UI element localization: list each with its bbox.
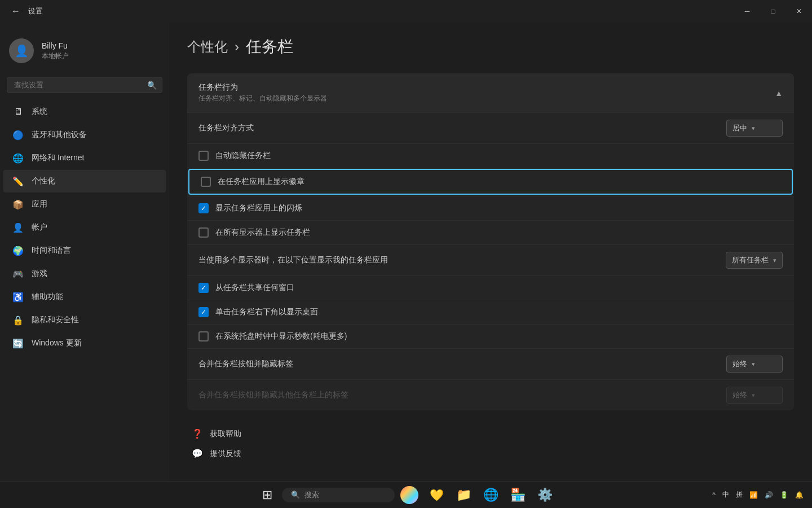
sidebar-item-privacy[interactable]: 🔒 隐私和安全性 bbox=[3, 309, 166, 331]
nav-icon-windows_update: 🔄 bbox=[12, 338, 24, 349]
setting-label-alignment: 任务栏对齐方式 bbox=[198, 123, 720, 133]
wifi-icon[interactable]: 📶 bbox=[748, 490, 760, 500]
setting-label-all_displays: 在所有显示器上显示任务栏 bbox=[215, 227, 783, 238]
start-button[interactable]: ⊞ bbox=[255, 483, 280, 507]
titlebar: ← 设置 ─ □ ✕ bbox=[0, 0, 812, 23]
nav-label-privacy: 隐私和安全性 bbox=[32, 315, 79, 325]
sidebar-item-network[interactable]: 🌐 网络和 Internet bbox=[3, 147, 166, 169]
section-title: 任务栏行为 bbox=[198, 82, 327, 93]
colorful-taskbar-icon[interactable] bbox=[397, 483, 422, 507]
setting-row-alignment: 任务栏对齐方式 居中 ▾ bbox=[187, 112, 794, 143]
nav-label-gaming: 游戏 bbox=[32, 269, 47, 279]
dropdown-combine_other: 始终 ▾ bbox=[726, 387, 783, 404]
maximize-button[interactable]: □ bbox=[760, 0, 786, 23]
battery-icon[interactable]: 🔋 bbox=[778, 490, 790, 500]
dropdown-caret-combine_taskbar: ▾ bbox=[752, 361, 755, 368]
dropdown-caret-alignment: ▾ bbox=[752, 125, 755, 132]
sidebar-item-system[interactable]: 🖥 系统 bbox=[3, 100, 166, 123]
settings-section: 任务栏行为 任务栏对齐、标记、自动隐藏和多个显示器 ▲ 任务栏对齐方式 居中 ▾… bbox=[187, 73, 794, 410]
yellow-taskbar-icon[interactable]: 💛 bbox=[424, 483, 449, 507]
content-area: 个性化 › 任务栏 任务栏行为 任务栏对齐、标记、自动隐藏和多个显示器 ▲ 任务… bbox=[169, 23, 812, 481]
sidebar-item-bluetooth[interactable]: 🔵 蓝牙和其他设备 bbox=[3, 124, 166, 146]
nav-label-system: 系统 bbox=[32, 107, 47, 117]
checkbox-autohide[interactable] bbox=[198, 151, 209, 161]
setting-label-share_window: 从任务栏共享任何窗口 bbox=[215, 283, 783, 293]
dropdown-alignment[interactable]: 居中 ▾ bbox=[726, 120, 783, 137]
nav-label-apps: 应用 bbox=[32, 199, 47, 209]
setting-label-multi_display: 当使用多个显示器时，在以下位置显示我的任务栏应用 bbox=[198, 255, 719, 265]
settings-taskbar-icon[interactable]: ⚙️ bbox=[532, 483, 557, 507]
nav-label-network: 网络和 Internet bbox=[32, 153, 84, 163]
taskbar-search[interactable]: 🔍 搜索 bbox=[282, 488, 395, 502]
dropdown-multi_display[interactable]: 所有任务栏 ▾ bbox=[726, 252, 783, 269]
breadcrumb-separator: › bbox=[235, 39, 239, 55]
checkbox-share_window[interactable] bbox=[198, 283, 209, 293]
setting-label-autohide: 自动隐藏任务栏 bbox=[215, 151, 783, 161]
setting-row-badges: 在任务栏应用上显示徽章 bbox=[188, 169, 793, 195]
setting-row-combine_other: 合并任务栏按钮并隐藏其他任务栏上的标签 始终 ▾ bbox=[187, 379, 794, 410]
nav-label-personalization: 个性化 bbox=[32, 176, 55, 186]
setting-label-combine_other: 合并任务栏按钮并隐藏其他任务栏上的标签 bbox=[198, 390, 720, 400]
sidebar-item-personalization[interactable]: ✏️ 个性化 bbox=[3, 170, 166, 192]
taskbar-search-icon: 🔍 bbox=[291, 491, 300, 499]
setting-label-show_desktop: 单击任务栏右下角以显示桌面 bbox=[215, 307, 783, 317]
pinyin-indicator[interactable]: 拼 bbox=[734, 489, 744, 501]
checkbox-flashing[interactable] bbox=[198, 203, 209, 213]
nav-icon-gaming: 🎮 bbox=[12, 268, 24, 279]
window-title: 设置 bbox=[28, 6, 43, 16]
section-header-info: 任务栏行为 任务栏对齐、标记、自动隐藏和多个显示器 bbox=[198, 82, 327, 103]
help-section: ❓ 获取帮助 💬 提供反馈 bbox=[187, 424, 794, 463]
get-help-label: 获取帮助 bbox=[210, 429, 241, 439]
nav-icon-personalization: ✏️ bbox=[12, 176, 24, 187]
volume-icon[interactable]: 🔊 bbox=[763, 490, 775, 500]
window-controls: ─ □ ✕ bbox=[734, 0, 812, 23]
sidebar: 👤 Billy Fu 本地帐户 🔍 🖥 系统 🔵 蓝牙和其他设备 🌐 网络和 I… bbox=[0, 23, 169, 481]
back-button[interactable]: ← bbox=[9, 5, 23, 18]
nav-icon-accounts: 👤 bbox=[12, 222, 24, 233]
edge-browser-icon[interactable]: 🌐 bbox=[478, 483, 503, 507]
section-header[interactable]: 任务栏行为 任务栏对齐、标记、自动隐藏和多个显示器 ▲ bbox=[187, 73, 794, 112]
setting-row-show_desktop: 单击任务栏右下角以显示桌面 bbox=[187, 300, 794, 324]
store-icon[interactable]: 🏪 bbox=[505, 483, 530, 507]
help-icon: ❓ bbox=[192, 428, 203, 439]
section-chevron-icon: ▲ bbox=[775, 89, 783, 98]
dropdown-combine_taskbar[interactable]: 始终 ▾ bbox=[726, 356, 783, 373]
nav-label-time: 时间和语言 bbox=[32, 246, 71, 256]
file-manager-icon[interactable]: 📁 bbox=[451, 483, 476, 507]
main-layout: 👤 Billy Fu 本地帐户 🔍 🖥 系统 🔵 蓝牙和其他设备 🌐 网络和 I… bbox=[0, 23, 812, 481]
sidebar-item-accessibility[interactable]: ♿ 辅助功能 bbox=[3, 286, 166, 308]
taskbar-search-placeholder: 搜索 bbox=[304, 490, 319, 500]
colorful-app-icon bbox=[400, 486, 418, 504]
nav-icon-accessibility: ♿ bbox=[12, 291, 24, 303]
setting-row-flashing: 显示任务栏应用上的闪烁 bbox=[187, 196, 794, 220]
checkbox-show_seconds[interactable] bbox=[198, 331, 209, 341]
user-profile[interactable]: 👤 Billy Fu 本地帐户 bbox=[0, 27, 169, 75]
setting-row-combine_taskbar: 合并任务栏按钮并隐藏标签 始终 ▾ bbox=[187, 348, 794, 379]
search-input[interactable] bbox=[7, 77, 162, 93]
input-method-indicator[interactable]: 中 bbox=[721, 489, 731, 501]
minimize-button[interactable]: ─ bbox=[734, 0, 760, 23]
taskbar: ⊞ 🔍 搜索 💛 📁 🌐 🏪 ⚙️ ^ 中 拼 📶 🔊 🔋 🔔 bbox=[0, 481, 812, 508]
checkbox-badges[interactable] bbox=[201, 177, 211, 187]
search-icon: 🔍 bbox=[147, 81, 157, 90]
tray-expand-icon[interactable]: ^ bbox=[710, 490, 717, 500]
sidebar-item-time[interactable]: 🌍 时间和语言 bbox=[3, 239, 166, 262]
sidebar-item-windows_update[interactable]: 🔄 Windows 更新 bbox=[3, 332, 166, 354]
checkbox-show_desktop[interactable] bbox=[198, 307, 209, 317]
notification-icon[interactable]: 🔔 bbox=[793, 490, 805, 500]
close-button[interactable]: ✕ bbox=[786, 0, 812, 23]
sidebar-item-gaming[interactable]: 🎮 游戏 bbox=[3, 262, 166, 285]
user-name: Billy Fu bbox=[42, 41, 69, 50]
feedback-link[interactable]: 💬 提供反馈 bbox=[189, 444, 792, 463]
feedback-icon: 💬 bbox=[192, 448, 203, 459]
checkbox-all_displays[interactable] bbox=[198, 227, 209, 238]
setting-row-show_seconds: 在系统托盘时钟中显示秒数(耗电更多) bbox=[187, 324, 794, 348]
avatar: 👤 bbox=[9, 38, 34, 63]
dropdown-value-combine_taskbar: 始终 bbox=[732, 359, 747, 369]
sidebar-item-accounts[interactable]: 👤 帐户 bbox=[3, 216, 166, 239]
page-header: 个性化 › 任务栏 bbox=[187, 36, 794, 58]
get-help-link[interactable]: ❓ 获取帮助 bbox=[189, 424, 792, 444]
sidebar-item-apps[interactable]: 📦 应用 bbox=[3, 193, 166, 216]
breadcrumb-personalization[interactable]: 个性化 bbox=[187, 38, 228, 56]
search-box[interactable]: 🔍 bbox=[7, 77, 162, 93]
